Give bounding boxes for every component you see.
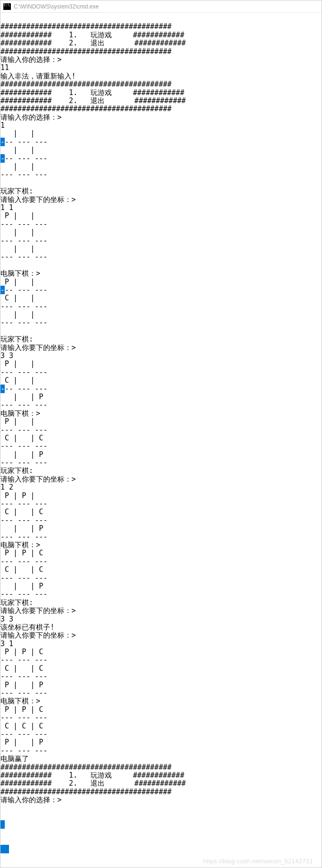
msg-occupied: 该坐标已有棋子! — [0, 623, 54, 631]
input-coord: 1 2 — [0, 483, 13, 491]
selection-block — [0, 820, 5, 829]
input-coord: 3 3 — [0, 351, 13, 360]
board-sep: --- --- --- — [0, 368, 47, 377]
menu-border: ######################################## — [0, 47, 171, 56]
board-row: | | — [0, 245, 47, 253]
board-sep: --- --- --- — [0, 318, 47, 327]
board-sep: --- --- --- — [0, 302, 47, 311]
input-coord: 3 3 — [0, 615, 13, 623]
board-row: C | | C — [0, 508, 47, 516]
prompt-player: 玩家下棋: — [0, 187, 33, 195]
prompt-choose: 请输入你的选择： — [0, 55, 57, 64]
board-sep: --- --- --- — [0, 713, 47, 722]
menu-exit: ############ 2. 退出 ############ — [0, 96, 186, 105]
caret-icon: > — [36, 409, 40, 418]
caret-icon: > — [36, 541, 40, 549]
board-sep: --- --- --- — [0, 500, 47, 508]
board-row: C | | — [0, 294, 47, 302]
msg-invalid: 输入非法，请重新输入! — [0, 72, 76, 80]
prompt-coord: 请输入你要下的坐标： — [0, 606, 72, 615]
caret-icon: > — [57, 55, 62, 64]
board-row: | | — [0, 310, 47, 319]
prompt-player: 玩家下棋: — [0, 335, 33, 343]
board-sep: --- --- --- — [0, 170, 47, 179]
prompt-player: 玩家下棋: — [0, 466, 33, 475]
prompt-coord: 请输入你要下的坐标： — [0, 475, 72, 483]
board-sep: --- --- --- — [0, 401, 47, 409]
caret-icon: > — [72, 606, 76, 615]
board-sep: --- --- --- — [0, 220, 47, 228]
prompt-coord: 请输入你要下的坐标： — [0, 195, 72, 204]
board-row: P | P | C — [0, 648, 47, 656]
caret-icon: > — [36, 269, 40, 278]
prompt-cpu: 电脑下棋： — [0, 269, 36, 278]
board-row: P | | P — [0, 681, 47, 689]
caret-icon: > — [72, 195, 76, 204]
board-row: P | P | — [0, 491, 47, 500]
board-row: C | | C — [0, 434, 47, 442]
input-coord: 3 1 — [0, 640, 13, 648]
board-row: P | | — [0, 417, 47, 426]
board-sep: --- --- --- — [0, 730, 47, 738]
caret-icon: > — [57, 796, 62, 804]
board-sep: --- --- --- — [0, 533, 47, 541]
menu-border: ######################################## — [0, 105, 171, 113]
board-sep: - — [0, 138, 5, 146]
board-row: | | — [0, 146, 47, 154]
board-sep: --- --- --- — [0, 426, 47, 434]
input-coord: 1 1 — [0, 203, 13, 212]
board-sep: --- --- --- — [0, 672, 47, 681]
board-row: C | | C — [0, 664, 47, 673]
board-sep: --- --- --- — [0, 574, 47, 582]
board-row: P | | — [0, 359, 47, 368]
board-sep-rest: -- --- --- — [5, 385, 47, 393]
board-row: | | — [0, 228, 47, 237]
board-sep-rest: -- --- --- — [5, 286, 47, 294]
board-sep: - — [0, 286, 5, 294]
input-choice: 11 — [0, 63, 9, 72]
board-sep: - — [0, 385, 5, 393]
input-choice: 1 — [0, 121, 5, 130]
board-row: | | — [0, 129, 47, 138]
board-row: C | C | C — [0, 722, 47, 730]
menu-border: ######################################## — [0, 22, 171, 31]
menu-play: ############ 1. 玩游戏 ############ — [0, 771, 184, 780]
menu-border: ######################################## — [0, 788, 171, 796]
menu-exit: ############ 2. 退出 ############ — [0, 779, 186, 788]
menu-exit: ############ 2. 退出 ############ — [0, 39, 186, 47]
prompt-coord: 请输入你要下的坐标： — [0, 343, 72, 352]
selection-block — [0, 845, 9, 853]
menu-border: ######################################## — [0, 80, 171, 88]
board-sep: --- --- --- — [0, 253, 47, 261]
prompt-cpu: 电脑下棋： — [0, 541, 36, 549]
board-sep-rest: -- --- --- — [5, 138, 47, 146]
board-sep: --- --- --- — [0, 516, 47, 525]
prompt-cpu: 电脑下棋： — [0, 697, 36, 705]
prompt-player: 玩家下棋: — [0, 598, 33, 607]
menu-play: ############ 1. 玩游戏 ############ — [0, 31, 184, 39]
console-output[interactable]: ########################################… — [0, 13, 322, 868]
board-sep: --- --- --- — [0, 746, 47, 755]
caret-icon: > — [57, 113, 62, 122]
prompt-choose: 请输入你的选择： — [0, 113, 57, 122]
board-sep: --- --- --- — [0, 237, 47, 245]
prompt-cpu: 电脑下棋： — [0, 409, 36, 418]
cmd-window: C:\WINDOWS\system32\cmd.exe ############… — [0, 0, 322, 868]
board-row: | | P — [0, 393, 47, 401]
board-row: | | — [0, 162, 47, 171]
caret-icon: > — [72, 343, 76, 352]
cmd-icon — [3, 3, 11, 10]
board-row: | | P — [0, 524, 47, 533]
menu-play: ############ 1. 玩游戏 ############ — [0, 88, 184, 97]
msg-cpu-win: 电脑赢了 — [0, 754, 29, 763]
titlebar[interactable]: C:\WINDOWS\system32\cmd.exe — [0, 0, 322, 13]
board-sep: --- --- --- — [0, 590, 47, 598]
board-sep: --- --- --- — [0, 689, 47, 697]
board-sep: --- --- --- — [0, 458, 47, 467]
caret-icon: > — [72, 475, 76, 483]
board-sep: - — [0, 154, 5, 163]
caret-icon: > — [36, 697, 40, 705]
board-row: P | | P — [0, 738, 47, 746]
board-row: | | P — [0, 582, 47, 590]
board-row: C | | — [0, 376, 47, 385]
